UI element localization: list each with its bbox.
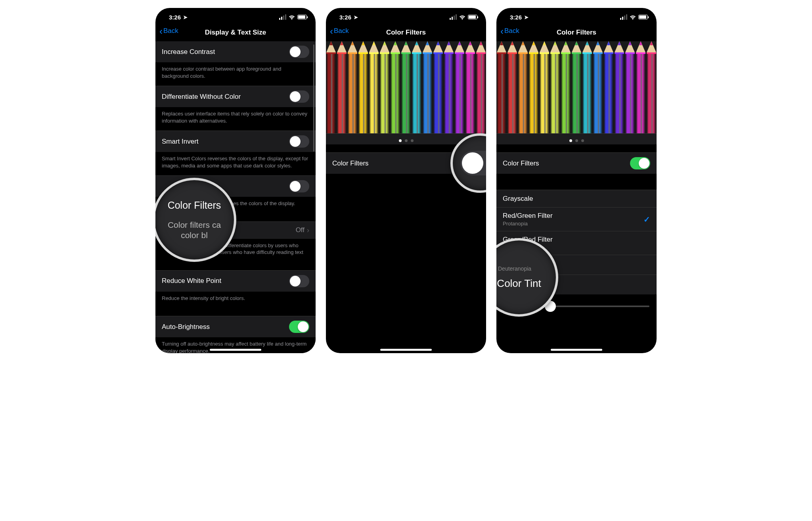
row-smart-invert[interactable]: Smart Invert [155, 131, 316, 152]
battery-icon [468, 15, 477, 19]
page-title: Color Filters [557, 29, 596, 37]
footer-differentiate-color: Replaces user interface items that rely … [155, 107, 316, 131]
page-dots[interactable] [496, 133, 657, 144]
location-arrow-icon: ➤ [524, 14, 529, 20]
toggle-auto-brightness[interactable] [289, 321, 309, 333]
location-arrow-icon: ➤ [354, 14, 358, 20]
nav-bar: ‹ Back Color Filters [326, 24, 486, 41]
phone-screen-1: 3:26 ➤ ‹ Back Display & Text Size Increa… [155, 8, 316, 353]
magnifier-color-filters: Color Filters Color filters ca color bl [155, 178, 236, 262]
row-color-filters-toggle[interactable]: Color Filters [496, 152, 657, 174]
cellular-icon [450, 14, 457, 20]
row-differentiate-color[interactable]: Differentiate Without Color [155, 86, 316, 107]
cellular-icon [620, 14, 627, 20]
checkmark-icon: ✓ [643, 215, 650, 224]
row-red-green-filter[interactable]: Red/Green Filter Protanopia ✓ [496, 207, 657, 231]
page-title: Color Filters [386, 29, 426, 37]
home-indicator[interactable] [210, 349, 261, 351]
nav-bar: ‹ Back Display & Text Size [155, 24, 316, 41]
toggle-differentiate-color[interactable] [289, 90, 309, 103]
chevron-left-icon: ‹ [500, 28, 504, 35]
status-bar: 3:26 ➤ [155, 8, 316, 24]
toggle-smart-invert[interactable] [289, 135, 309, 148]
status-time: 3:26 [510, 14, 522, 21]
chevron-left-icon: ‹ [330, 28, 333, 35]
battery-icon [297, 15, 307, 19]
toggle-increase-contrast[interactable] [289, 46, 309, 58]
scroll-indicator[interactable] [313, 44, 314, 152]
phone-screen-2: 3:26 ➤ ‹ Back Color Filters Color Filter… [326, 8, 486, 353]
color-filters-value: Off [296, 226, 304, 234]
battery-icon [638, 15, 648, 19]
status-time: 3:26 [169, 14, 181, 21]
location-arrow-icon: ➤ [183, 14, 188, 20]
footer-auto-brightness: Turning off auto-brightness may affect b… [155, 337, 316, 353]
footer-smart-invert: Smart Invert Colors reverses the colors … [155, 152, 316, 175]
row-increase-contrast[interactable]: Increase Contrast [155, 41, 316, 62]
wifi-icon [289, 15, 295, 19]
toggle-color-filters[interactable] [630, 157, 650, 169]
chevron-right-icon: › [307, 226, 309, 235]
color-preview-pencils[interactable] [496, 41, 657, 133]
row-grayscale[interactable]: Grayscale [496, 190, 657, 207]
status-bar: 3:26 ➤ [496, 8, 657, 24]
wifi-icon [630, 15, 636, 19]
home-indicator[interactable] [551, 349, 602, 351]
footer-reduce-white-point: Reduce the intensity of bright colors. [155, 292, 316, 308]
back-button[interactable]: ‹ Back [159, 27, 178, 35]
toggle-reduce-white-point[interactable] [289, 275, 309, 287]
home-indicator[interactable] [380, 349, 432, 351]
chevron-left-icon: ‹ [159, 28, 163, 35]
row-auto-brightness[interactable]: Auto-Brightness [155, 316, 316, 337]
toggle-classic-invert[interactable] [289, 180, 309, 192]
wifi-icon [459, 15, 465, 19]
phone-screen-3: 3:26 ➤ ‹ Back Color Filters Color Filter… [496, 8, 657, 353]
color-preview-pencils[interactable] [326, 41, 486, 133]
status-bar: 3:26 ➤ [326, 8, 486, 24]
footer-increase-contrast: Increase color contrast between app fore… [155, 62, 316, 86]
row-reduce-white-point[interactable]: Reduce White Point [155, 270, 316, 292]
status-time: 3:26 [339, 14, 351, 21]
back-button[interactable]: ‹ Back [500, 27, 519, 35]
page-title: Display & Text Size [205, 29, 266, 37]
nav-bar: ‹ Back Color Filters [496, 24, 657, 41]
cellular-icon [279, 14, 286, 20]
back-button[interactable]: ‹ Back [330, 27, 349, 35]
